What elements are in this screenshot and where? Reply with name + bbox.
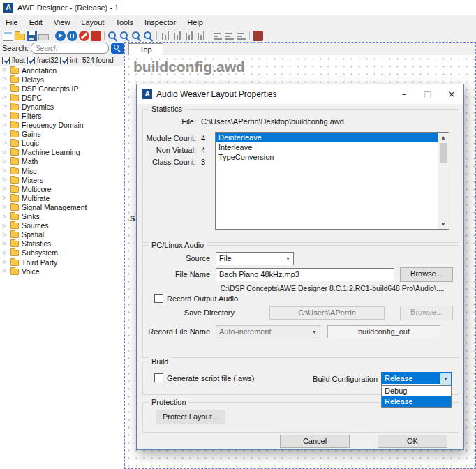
tree-item[interactable]: ▷Subsystem bbox=[0, 248, 124, 258]
module-list-item[interactable]: TypeConversion bbox=[216, 152, 438, 162]
scroll-down-icon[interactable]: ▼ bbox=[438, 219, 448, 229]
module-tree[interactable]: ▷Annotation ▷Delays ▷DSP Concepts IP ▷DS… bbox=[0, 66, 124, 469]
search-go-button[interactable] bbox=[111, 43, 124, 54]
fract32-checkbox[interactable] bbox=[27, 57, 35, 64]
expand-arrow-icon[interactable]: ▷ bbox=[3, 214, 8, 219]
list-scrollbar[interactable]: ▲ ▼ bbox=[438, 133, 449, 229]
dropdown-option-debug[interactable]: Debug bbox=[382, 386, 451, 396]
tree-item[interactable]: ▷Logic bbox=[0, 139, 124, 148]
tree-item[interactable]: ▷Delays bbox=[0, 75, 124, 84]
expand-arrow-icon[interactable]: ▷ bbox=[3, 269, 8, 274]
menu-layout[interactable]: Layout bbox=[75, 15, 110, 29]
tree-item[interactable]: ▷DSPC bbox=[0, 93, 124, 102]
tree-item[interactable]: ▷Voice bbox=[0, 267, 124, 276]
record-file-name-input[interactable]: buildconfig_out bbox=[327, 325, 440, 338]
tree-item[interactable]: ▷Frequency Domain bbox=[0, 121, 124, 130]
expand-arrow-icon[interactable]: ▷ bbox=[3, 150, 8, 155]
tree-item[interactable]: ▷Mixers bbox=[0, 175, 124, 184]
module-list-item[interactable]: Interleave bbox=[216, 142, 438, 152]
file-name-input[interactable]: Bach Piano 48kHz.mp3 bbox=[216, 268, 394, 281]
save-all-icon[interactable] bbox=[38, 34, 49, 40]
minimize-button[interactable]: – bbox=[392, 84, 416, 104]
pause-icon[interactable] bbox=[67, 31, 77, 41]
expand-arrow-icon[interactable]: ▷ bbox=[3, 177, 8, 182]
save-file-icon[interactable] bbox=[27, 31, 37, 41]
distribute-vertical-icon[interactable] bbox=[224, 31, 235, 41]
tab-top[interactable]: Top bbox=[128, 43, 163, 55]
expand-arrow-icon[interactable]: ▷ bbox=[3, 186, 8, 191]
tree-item[interactable]: ▷Math bbox=[0, 157, 124, 166]
scrollbar-thumb[interactable] bbox=[440, 143, 447, 163]
search-input[interactable] bbox=[31, 43, 109, 54]
expand-arrow-icon[interactable]: ▷ bbox=[3, 132, 8, 137]
menu-help[interactable]: Help bbox=[181, 15, 209, 29]
expand-arrow-icon[interactable]: ▷ bbox=[3, 114, 8, 119]
align-left-icon[interactable] bbox=[160, 31, 170, 41]
zoom-fit-icon[interactable] bbox=[131, 31, 142, 41]
zoom-in-icon[interactable] bbox=[107, 31, 118, 41]
float-checkbox[interactable] bbox=[2, 57, 10, 64]
menu-file[interactable]: File bbox=[0, 15, 24, 29]
expand-arrow-icon[interactable]: ▷ bbox=[3, 251, 8, 255]
module-class-list[interactable]: Deinterleave Interleave TypeConversion ▲… bbox=[215, 132, 449, 230]
expand-arrow-icon[interactable]: ▷ bbox=[3, 68, 8, 73]
tree-item[interactable]: ▷Signal Management bbox=[0, 202, 124, 211]
stop-icon[interactable] bbox=[91, 31, 101, 41]
halt-icon[interactable] bbox=[79, 31, 89, 41]
open-file-icon[interactable] bbox=[15, 34, 25, 40]
tree-item[interactable]: ▷DSP Concepts IP bbox=[0, 84, 124, 93]
tree-item[interactable]: ▷Sources bbox=[0, 221, 124, 230]
expand-arrow-icon[interactable]: ▷ bbox=[3, 95, 8, 100]
tree-item[interactable]: ▷Sinks bbox=[0, 212, 124, 221]
expand-arrow-icon[interactable]: ▷ bbox=[3, 77, 8, 82]
align-right-icon[interactable] bbox=[184, 31, 194, 41]
cancel-button[interactable]: Cancel bbox=[280, 435, 350, 448]
tree-item[interactable]: ▷Dynamics bbox=[0, 102, 124, 111]
expand-arrow-icon[interactable]: ▷ bbox=[3, 168, 8, 173]
tree-item[interactable]: ▷Multirate bbox=[0, 193, 124, 202]
source-select[interactable]: File ▾ bbox=[216, 252, 294, 265]
build-config-select[interactable]: Release ▾ bbox=[381, 372, 452, 385]
build-config-dropdown[interactable]: Debug Release bbox=[381, 385, 452, 408]
module-list-item-selected[interactable]: Deinterleave bbox=[216, 133, 438, 142]
ok-button[interactable]: OK bbox=[378, 435, 447, 448]
tree-item[interactable]: ▷Misc bbox=[0, 166, 124, 175]
checkbox-icon[interactable] bbox=[154, 294, 163, 303]
record-output-checkbox[interactable]: Record Output Audio bbox=[154, 294, 238, 303]
menu-edit[interactable]: Edit bbox=[24, 15, 48, 29]
align-bottom-icon[interactable] bbox=[195, 31, 206, 41]
menu-inspector[interactable]: Inspector bbox=[139, 15, 181, 29]
run-icon[interactable] bbox=[55, 31, 66, 41]
expand-arrow-icon[interactable]: ▷ bbox=[3, 195, 8, 200]
checkbox-icon[interactable] bbox=[154, 373, 163, 382]
new-layout-icon[interactable] bbox=[3, 31, 13, 41]
expand-arrow-icon[interactable]: ▷ bbox=[3, 260, 8, 265]
protect-layout-button[interactable]: Protect Layout... bbox=[156, 410, 225, 424]
expand-arrow-icon[interactable]: ▷ bbox=[3, 123, 8, 128]
expand-arrow-icon[interactable]: ▷ bbox=[3, 86, 8, 91]
expand-arrow-icon[interactable]: ▷ bbox=[3, 204, 8, 209]
profiling-icon[interactable] bbox=[253, 31, 263, 41]
tree-item[interactable]: ▷Spatial bbox=[0, 230, 124, 239]
tree-item[interactable]: ▷Gains bbox=[0, 130, 124, 139]
menu-tools[interactable]: Tools bbox=[110, 15, 139, 29]
tree-item[interactable]: ▷Filters bbox=[0, 111, 124, 120]
tree-item[interactable]: ▷Multicore bbox=[0, 184, 124, 193]
close-button[interactable]: × bbox=[440, 84, 463, 104]
menu-view[interactable]: View bbox=[48, 15, 76, 29]
zoom-actual-icon[interactable] bbox=[143, 31, 154, 41]
expand-arrow-icon[interactable]: ▷ bbox=[3, 223, 8, 228]
expand-arrow-icon[interactable]: ▷ bbox=[3, 232, 8, 237]
expand-arrow-icon[interactable]: ▷ bbox=[3, 141, 8, 146]
tree-item[interactable]: ▷Statistics bbox=[0, 239, 124, 248]
tree-item[interactable]: ▷Third Party bbox=[0, 258, 124, 267]
expand-arrow-icon[interactable]: ▷ bbox=[3, 104, 8, 109]
align-center-icon[interactable] bbox=[172, 31, 182, 41]
expand-arrow-icon[interactable]: ▷ bbox=[3, 159, 8, 164]
scroll-up-icon[interactable]: ▲ bbox=[438, 133, 448, 142]
zoom-out-icon[interactable] bbox=[119, 31, 130, 41]
tree-item[interactable]: ▷Machine Learning bbox=[0, 148, 124, 157]
maximize-button[interactable]: □ bbox=[416, 84, 440, 104]
generate-script-checkbox[interactable]: Generate script file (.aws) bbox=[154, 373, 254, 382]
snap-to-grid-icon[interactable] bbox=[236, 31, 246, 41]
